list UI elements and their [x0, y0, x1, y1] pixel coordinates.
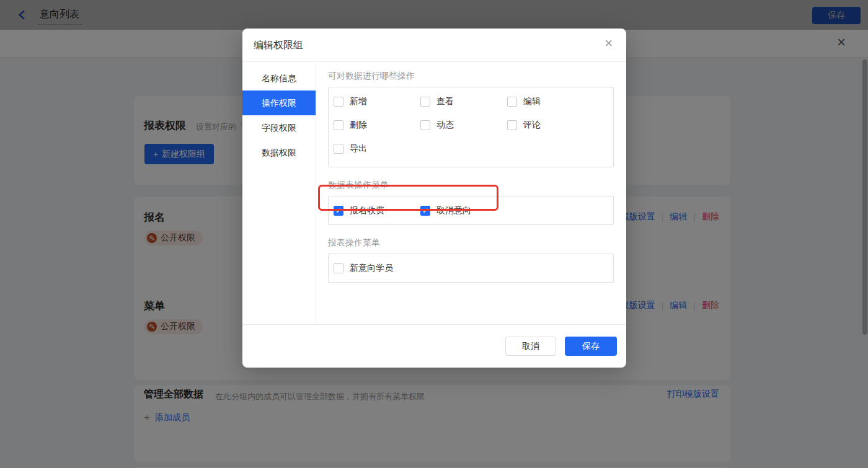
- modal-tab-panel: 可对数据进行哪些操作 新增查看编辑删除动态评论导出 数据表操作菜单 ✓ 报名收费…: [316, 63, 626, 324]
- modal-body: 名称信息 操作权限 字段权限 数据权限 可对数据进行哪些操作 新增查看编辑删除动…: [242, 63, 626, 324]
- close-icon[interactable]: ×: [604, 37, 613, 50]
- table-menu-box: ✓ 报名收费 ✓ 取消意向: [328, 196, 614, 225]
- checkbox[interactable]: [507, 97, 517, 107]
- checkbox-checked[interactable]: ✓: [334, 206, 343, 216]
- checkbox-item: 评论: [507, 120, 594, 131]
- checkbox-label: 导出: [350, 143, 367, 154]
- checkbox[interactable]: [334, 120, 343, 130]
- checkbox[interactable]: [507, 120, 517, 130]
- cancel-button[interactable]: 取消: [505, 337, 556, 356]
- tab-field-permission[interactable]: 字段权限: [242, 115, 316, 140]
- modal-header: 编辑权限组 ×: [242, 29, 626, 62]
- edit-permission-group-modal: 编辑权限组 × 名称信息 操作权限 字段权限 数据权限 可对数据进行哪些操作 新…: [242, 29, 626, 368]
- checkbox-label: 查看: [436, 96, 454, 107]
- tab-operation-permission[interactable]: 操作权限: [242, 91, 316, 115]
- report-menu-box: 新意向学员: [328, 254, 614, 283]
- modal-title: 编辑权限组: [254, 39, 303, 52]
- checkbox-item: ✓ 取消意向: [420, 205, 507, 216]
- check-icon: ✓: [422, 207, 428, 214]
- checkbox-label: 新增: [350, 96, 367, 107]
- data-operation-box: 新增查看编辑删除动态评论导出: [328, 87, 614, 167]
- group-label: 数据表操作菜单: [328, 180, 614, 191]
- tab-name-info[interactable]: 名称信息: [242, 66, 316, 91]
- check-icon: ✓: [335, 207, 342, 214]
- checkbox-checked[interactable]: ✓: [420, 206, 430, 216]
- checkbox[interactable]: [420, 120, 430, 130]
- checkbox-item: 查看: [420, 96, 507, 107]
- group-label: 报表操作菜单: [328, 237, 614, 249]
- checkbox-item: 导出: [334, 143, 420, 154]
- screen: 意向列表 保存 × 报表权限 设置对应的「 + 新建权限组 报名: [0, 0, 868, 468]
- checkbox[interactable]: [334, 263, 343, 273]
- checkbox-item: 动态: [420, 120, 507, 131]
- checkbox-label: 评论: [523, 120, 541, 131]
- checkbox-item: 新增: [334, 96, 420, 107]
- checkbox-item: 编辑: [507, 96, 594, 107]
- checkbox[interactable]: [334, 97, 343, 107]
- checkbox-item: 删除: [334, 120, 420, 131]
- checkbox-item: 新意向学员: [334, 263, 420, 274]
- modal-footer: 取消 保存: [242, 324, 626, 368]
- group-label: 可对数据进行哪些操作: [328, 71, 614, 82]
- modal-tab-list: 名称信息 操作权限 字段权限 数据权限: [242, 63, 316, 324]
- checkbox-label: 编辑: [523, 96, 541, 107]
- checkbox-item: ✓ 报名收费: [334, 205, 420, 216]
- tab-data-permission[interactable]: 数据权限: [242, 140, 316, 165]
- checkbox-label: 动态: [436, 120, 454, 131]
- checkbox[interactable]: [420, 97, 430, 107]
- checkbox-label: 删除: [350, 120, 367, 131]
- checkbox[interactable]: [334, 144, 343, 154]
- save-button[interactable]: 保存: [565, 337, 617, 356]
